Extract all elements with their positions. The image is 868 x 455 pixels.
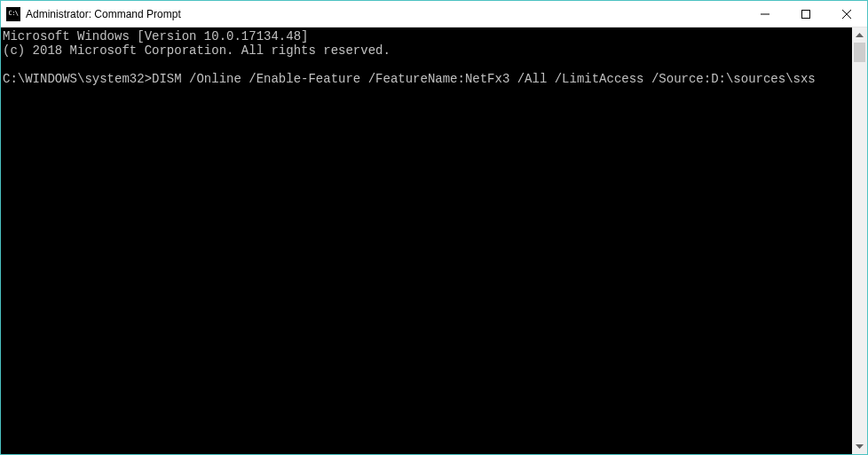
svg-rect-1 <box>802 10 810 18</box>
window-controls <box>745 1 867 27</box>
cmd-icon: C:\ <box>6 7 20 21</box>
prompt-text: C:\WINDOWS\system32> <box>3 72 152 86</box>
minimize-button[interactable] <box>745 1 785 27</box>
scroll-up-button[interactable] <box>852 27 867 43</box>
client-area: Microsoft Windows [Version 10.0.17134.48… <box>1 27 867 454</box>
version-line: Microsoft Windows [Version 10.0.17134.48… <box>3 29 308 43</box>
scroll-down-button[interactable] <box>852 439 867 454</box>
scrollbar-track[interactable] <box>852 43 867 439</box>
close-button[interactable] <box>826 1 867 27</box>
maximize-button[interactable] <box>785 1 826 27</box>
command-prompt-window: C:\ Administrator: Command Prompt Micros… <box>0 0 868 455</box>
scrollbar-thumb[interactable] <box>854 43 865 62</box>
command-text: DISM /Online /Enable-Feature /FeatureNam… <box>152 72 816 86</box>
titlebar[interactable]: C:\ Administrator: Command Prompt <box>1 1 867 27</box>
window-title: Administrator: Command Prompt <box>26 8 745 20</box>
copyright-line: (c) 2018 Microsoft Corporation. All righ… <box>3 43 391 58</box>
vertical-scrollbar[interactable] <box>852 27 867 454</box>
terminal-output[interactable]: Microsoft Windows [Version 10.0.17134.48… <box>1 27 852 454</box>
